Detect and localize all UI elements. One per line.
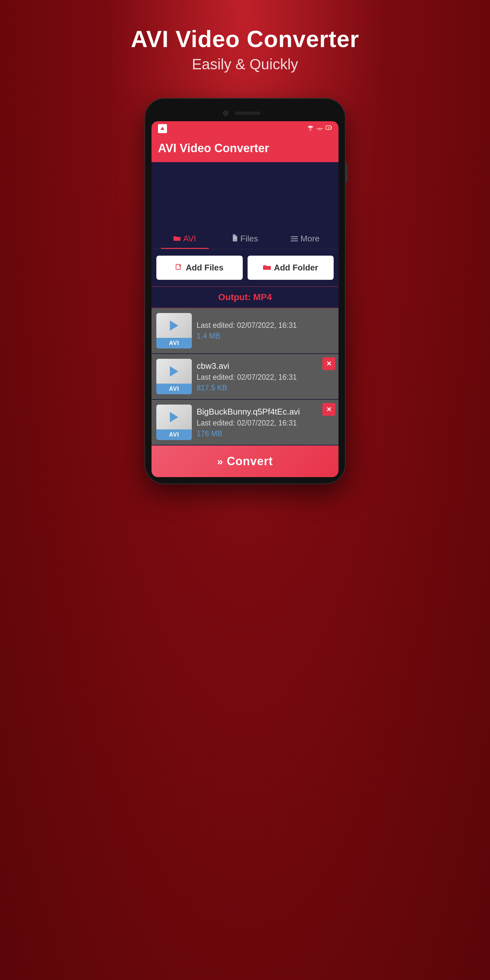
wifi-icon <box>307 125 314 132</box>
phone-frame: ▲ ⚡ AVI Video Converter <box>145 99 345 484</box>
svg-rect-7 <box>291 239 298 240</box>
file-name-1: cbw3.avi <box>197 361 334 371</box>
app-status-icon <box>158 124 167 133</box>
play-icon-1 <box>170 366 178 377</box>
file-thumb-1: AVI <box>156 359 192 394</box>
convert-button[interactable]: » Convert <box>151 445 339 477</box>
file-size-1: 817.5 KB <box>197 383 334 392</box>
file-thumb-0: AVI <box>156 313 192 348</box>
svg-rect-6 <box>291 236 298 237</box>
speaker-grill <box>235 111 261 115</box>
play-icon-0 <box>170 320 178 331</box>
file-date-1: Last edited: 02/07/2022, 16:31 <box>197 373 334 382</box>
svg-text:⚡: ⚡ <box>327 126 331 130</box>
add-files-icon <box>175 263 183 272</box>
page-subtitle: Easily & Quickly <box>131 56 360 73</box>
thumb-play-area-2 <box>156 404 192 430</box>
add-folder-icon <box>263 263 271 272</box>
thumb-play-area-0 <box>156 313 192 338</box>
file-date-2: Last edited: 02/07/2022, 16:31 <box>197 419 334 428</box>
camera-dot <box>223 111 228 116</box>
add-folder-label: Add Folder <box>274 263 318 273</box>
file-date-0: Last edited: 02/07/2022, 16:31 <box>197 321 334 330</box>
file-info-2: BigBuckBunny.q5Pf4tEc.avi Last edited: 0… <box>197 407 334 438</box>
file-item-0[interactable]: AVI Last edited: 02/07/2022, 16:31 1.4 M… <box>151 308 339 354</box>
delete-icon-2: ✕ <box>326 406 332 413</box>
output-bar[interactable]: Output: MP4 <box>151 286 339 308</box>
delete-button-2[interactable]: ✕ <box>322 403 335 416</box>
thumb-format-2: AVI <box>156 430 192 440</box>
add-files-button[interactable]: Add Files <box>156 256 243 280</box>
files-icon <box>232 234 238 244</box>
buttons-row: Add Files Add Folder <box>151 249 339 286</box>
svg-marker-0 <box>161 127 164 130</box>
signal-icon: ▲ <box>317 125 323 132</box>
folder-icon <box>173 234 181 244</box>
thumb-format-0: AVI <box>156 338 192 348</box>
phone-screen: ▲ ⚡ AVI Video Converter <box>151 121 339 477</box>
add-files-label: Add Files <box>186 263 223 273</box>
add-folder-button[interactable]: Add Folder <box>248 256 334 280</box>
more-icon <box>291 234 298 244</box>
tab-avi[interactable]: AVI <box>155 227 215 249</box>
svg-rect-2 <box>331 127 332 129</box>
svg-rect-8 <box>291 240 298 242</box>
file-thumb-2: AVI <box>156 404 192 440</box>
tab-more-label: More <box>301 234 320 244</box>
file-info-0: Last edited: 02/07/2022, 16:31 1.4 MB <box>197 321 334 340</box>
status-bar: ▲ ⚡ <box>151 121 339 136</box>
file-name-2: BigBuckBunny.q5Pf4tEc.avi <box>197 407 334 417</box>
file-size-2: 176 MB <box>197 430 334 438</box>
thumb-play-area-1 <box>156 359 192 383</box>
output-label: Output: MP4 <box>218 292 272 302</box>
tab-files[interactable]: Files <box>215 227 275 249</box>
content-spacer <box>151 162 339 227</box>
tab-more[interactable]: More <box>275 227 335 249</box>
status-right: ▲ ⚡ <box>307 125 332 132</box>
convert-arrows-icon: » <box>217 455 223 468</box>
file-size-0: 1.4 MB <box>197 332 334 340</box>
play-icon-2 <box>170 412 178 422</box>
convert-button-label: Convert <box>227 455 273 468</box>
volume-button <box>345 163 347 183</box>
tabs-container: AVI Files <box>151 227 339 249</box>
app-bar-title: AVI Video Converter <box>158 142 332 155</box>
page-title: AVI Video Converter <box>131 26 360 52</box>
file-list: AVI Last edited: 02/07/2022, 16:31 1.4 M… <box>151 308 339 445</box>
thumb-format-1: AVI <box>156 383 192 394</box>
tab-files-label: Files <box>240 234 258 244</box>
app-bar: AVI Video Converter <box>151 136 339 162</box>
delete-icon-1: ✕ <box>326 360 332 368</box>
phone-notch <box>151 105 339 121</box>
file-item-2[interactable]: AVI BigBuckBunny.q5Pf4tEc.avi Last edite… <box>151 400 339 445</box>
tab-avi-label: AVI <box>183 234 196 244</box>
file-info-1: cbw3.avi Last edited: 02/07/2022, 16:31 … <box>197 361 334 392</box>
svg-rect-9 <box>176 264 180 269</box>
page-header: AVI Video Converter Easily & Quickly <box>131 0 360 86</box>
file-item-1[interactable]: AVI cbw3.avi Last edited: 02/07/2022, 16… <box>151 354 339 400</box>
convert-btn-container: » Convert <box>151 445 339 477</box>
battery-icon: ⚡ <box>326 125 332 132</box>
status-left <box>158 124 167 133</box>
delete-button-1[interactable]: ✕ <box>322 357 335 370</box>
